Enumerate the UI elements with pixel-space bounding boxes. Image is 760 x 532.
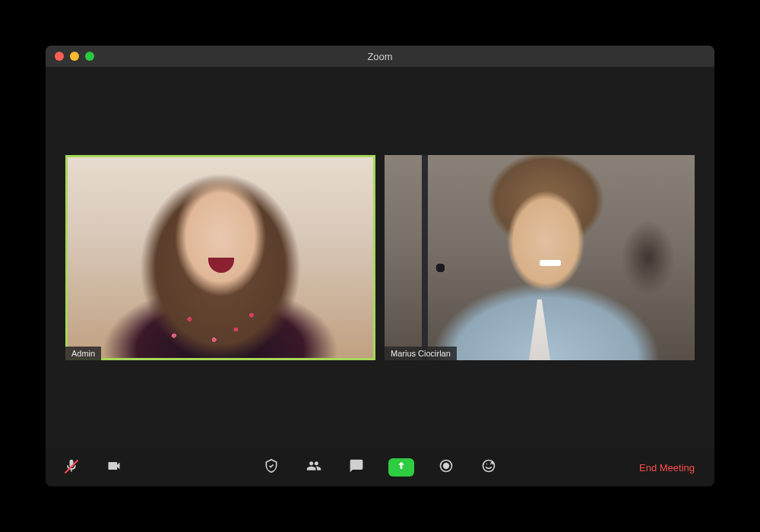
mute-audio-button[interactable]	[61, 457, 82, 478]
window-title: Zoom	[46, 51, 714, 62]
window-minimize-button[interactable]	[70, 52, 79, 61]
titlebar: Zoom	[46, 46, 714, 67]
window-fullscreen-button[interactable]	[85, 52, 94, 61]
reactions-icon	[481, 458, 496, 477]
window-close-button[interactable]	[55, 52, 64, 61]
participants-button[interactable]	[303, 457, 325, 478]
microphone-muted-icon	[64, 458, 79, 477]
participant-video	[65, 155, 375, 360]
end-meeting-button[interactable]: End Meeting	[635, 459, 699, 477]
chat-button[interactable]	[346, 457, 367, 478]
video-grid: Admin Marius Ciocirlan	[46, 67, 714, 448]
toolbar-right-group: End Meeting	[635, 459, 699, 477]
zoom-window: Zoom Admin Marius Ciocirlan	[46, 46, 714, 486]
participant-tile-admin[interactable]: Admin	[65, 155, 375, 360]
toggle-video-button[interactable]	[103, 457, 125, 478]
camera-icon	[106, 458, 122, 477]
chat-icon	[349, 458, 364, 477]
participant-tile-marius[interactable]: Marius Ciocirlan	[385, 155, 695, 360]
reactions-button[interactable]	[478, 457, 499, 478]
participant-name-label: Marius Ciocirlan	[385, 347, 457, 360]
security-button[interactable]	[261, 457, 282, 478]
participant-name-label: Admin	[65, 347, 101, 360]
record-button[interactable]	[435, 457, 457, 478]
share-screen-button[interactable]	[388, 458, 414, 477]
shield-icon	[264, 458, 279, 477]
traffic-lights	[46, 52, 94, 61]
svg-point-1	[443, 464, 448, 469]
record-icon	[439, 458, 454, 477]
toolbar-center-group	[125, 457, 635, 478]
meeting-toolbar: End Meeting	[46, 448, 714, 486]
toolbar-left-group	[61, 457, 125, 478]
share-screen-icon	[395, 460, 407, 475]
participants-icon	[306, 458, 321, 477]
participant-video	[385, 155, 695, 360]
